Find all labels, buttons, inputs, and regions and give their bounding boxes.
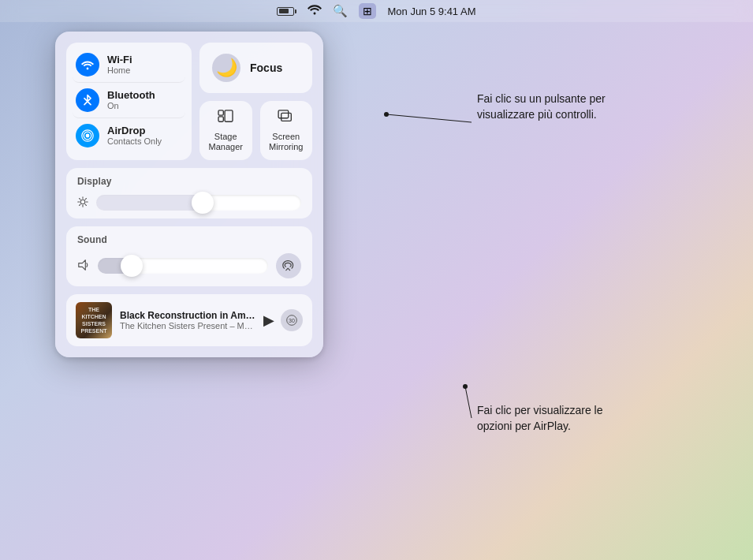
brightness-thumb — [192, 192, 214, 214]
display-title: Display — [77, 176, 301, 187]
track-title: Black Reconstruction in America… — [120, 310, 255, 321]
brightness-slider[interactable] — [96, 195, 301, 211]
airdrop-name: AirDrop — [107, 125, 162, 137]
bluetooth-status: On — [107, 101, 155, 111]
screen-mirroring-label: ScreenMirroring — [269, 132, 303, 152]
annotation-top-text: Fai clic su un pulsante per visualizzare… — [477, 92, 606, 121]
control-center-menubar-icon[interactable]: ⊞ — [359, 3, 376, 19]
svg-point-8 — [80, 200, 85, 204]
svg-marker-17 — [79, 260, 86, 270]
battery-indicator — [277, 7, 296, 16]
focus-panel[interactable]: 🌙 Focus — [199, 43, 312, 93]
track-info: Black Reconstruction in America… The Kit… — [120, 310, 255, 330]
battery-body — [277, 7, 294, 16]
svg-line-16 — [79, 204, 80, 205]
annotation-bottom: Fai clic per visualizzare le opzioni per… — [477, 402, 635, 435]
svg-rect-4 — [218, 117, 223, 121]
wifi-item[interactable]: Wi-Fi Home — [73, 47, 185, 83]
album-art: THE KITCHEN SISTERS PRESENT — [76, 302, 112, 338]
svg-line-13 — [79, 198, 80, 199]
svg-line-22 — [465, 386, 472, 418]
battery-tip — [295, 9, 296, 13]
airdrop-label: AirDrop Contacts Only — [107, 125, 162, 147]
track-artist: The Kitchen Sisters Present – March 7, 2… — [120, 321, 255, 330]
brightness-icon — [77, 196, 88, 210]
menu-bar: 🔍 ⊞ Mon Jun 5 9:41 AM — [0, 0, 753, 22]
svg-point-23 — [463, 384, 468, 389]
now-playing-section[interactable]: THE KITCHEN SISTERS PRESENT Black Recons… — [66, 294, 312, 346]
battery-fill — [279, 9, 289, 13]
bluetooth-label: Bluetooth On — [107, 89, 155, 112]
svg-rect-5 — [225, 110, 233, 121]
svg-point-21 — [384, 112, 389, 117]
svg-rect-7 — [281, 113, 291, 121]
sound-title: Sound — [77, 234, 301, 245]
bluetooth-item[interactable]: Bluetooth On — [73, 83, 185, 118]
sound-section: Sound — [66, 226, 312, 286]
date-time: Mon Jun 5 9:41 AM — [387, 6, 475, 17]
screen-mirroring-button[interactable]: ScreenMirroring — [260, 101, 313, 160]
airdrop-item[interactable]: AirDrop Contacts Only — [73, 118, 185, 153]
stage-manager-button[interactable]: StageManager — [199, 101, 252, 160]
menubar-items: 🔍 ⊞ Mon Jun 5 9:41 AM — [277, 3, 475, 19]
screen-mirroring-icon — [278, 109, 295, 127]
annotation-top: Fai clic su un pulsante per visualizzare… — [477, 91, 635, 123]
playback-controls: ▶ 30 — [263, 309, 303, 331]
svg-line-15 — [85, 198, 86, 199]
wifi-name: Wi-Fi — [107, 54, 132, 66]
cc-top-row: Wi-Fi Home Bluetooth On — [66, 43, 312, 160]
stage-manager-icon — [217, 109, 234, 127]
volume-thumb — [121, 255, 143, 277]
bluetooth-icon — [76, 88, 99, 112]
focus-icon: 🌙 — [212, 54, 240, 82]
svg-line-14 — [85, 204, 86, 205]
play-button[interactable]: ▶ — [263, 312, 274, 329]
svg-point-0 — [86, 134, 90, 138]
airplay-button[interactable] — [276, 253, 301, 278]
annotation-bottom-text: Fai clic per visualizzare le opzioni per… — [477, 404, 603, 432]
volume-icon — [77, 259, 90, 273]
connectivity-panel: Wi-Fi Home Bluetooth On — [66, 43, 192, 160]
wifi-status: Home — [107, 65, 132, 76]
airdrop-status: Contacts Only — [107, 136, 162, 147]
right-panels: 🌙 Focus StageManager — [199, 43, 312, 160]
volume-slider[interactable] — [98, 258, 268, 274]
stage-manager-label: StageManager — [209, 132, 243, 152]
search-menubar-icon[interactable]: 🔍 — [333, 4, 348, 18]
wifi-label: Wi-Fi Home — [107, 54, 132, 77]
svg-rect-3 — [218, 110, 223, 115]
control-center-panel: Wi-Fi Home Bluetooth On — [55, 32, 323, 357]
album-art-text: THE KITCHEN SISTERS PRESENT — [76, 304, 112, 336]
skip-button[interactable]: 30 — [281, 309, 303, 331]
wifi-menubar-icon — [308, 4, 322, 18]
svg-line-20 — [386, 114, 472, 122]
svg-text:30: 30 — [289, 318, 295, 323]
focus-label: Focus — [250, 62, 282, 74]
svg-rect-6 — [278, 110, 289, 118]
sound-row — [77, 253, 301, 278]
airdrop-icon — [76, 124, 99, 147]
wifi-icon — [76, 53, 99, 77]
display-section: Display — [66, 168, 312, 218]
bluetooth-name: Bluetooth — [107, 89, 155, 102]
mini-buttons-row: StageManager ScreenMirroring — [199, 101, 312, 160]
display-slider-row — [77, 195, 301, 211]
